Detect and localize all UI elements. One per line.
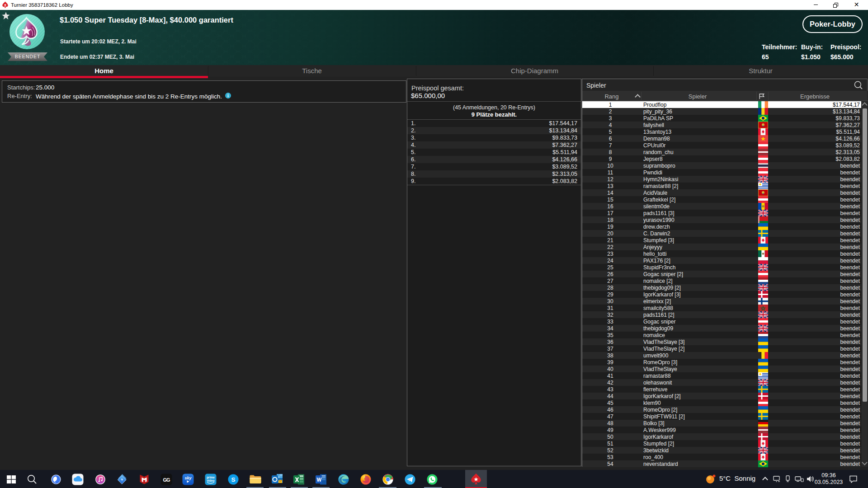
svg-text:sky: sky	[184, 476, 192, 480]
svg-text:GG: GG	[163, 477, 170, 483]
svg-text:video: video	[207, 479, 215, 482]
svg-text:S: S	[231, 476, 235, 483]
